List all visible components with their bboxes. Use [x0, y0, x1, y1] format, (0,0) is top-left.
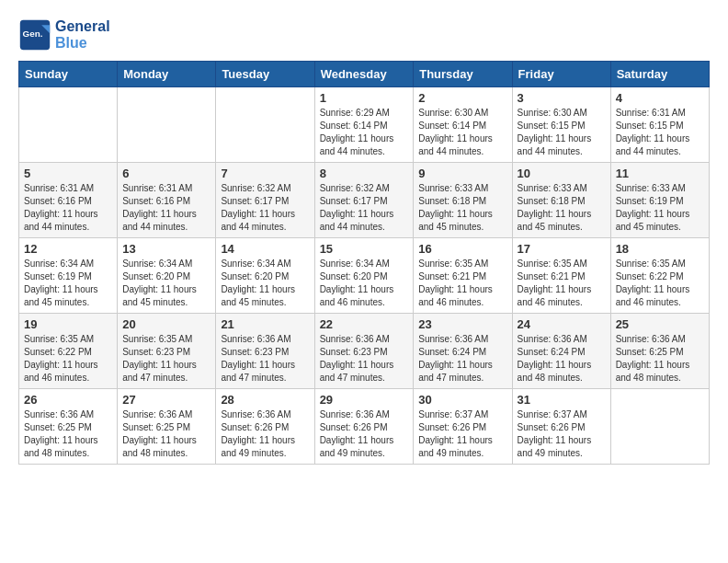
calendar-cell: 25Sunrise: 6:36 AMSunset: 6:25 PMDayligh… [610, 314, 709, 389]
calendar-cell [216, 87, 314, 163]
day-info: Sunrise: 6:31 AMSunset: 6:15 PMDaylight:… [616, 107, 704, 158]
day-info: Sunrise: 6:35 AMSunset: 6:21 PMDaylight:… [418, 258, 506, 309]
calendar-cell: 13Sunrise: 6:34 AMSunset: 6:20 PMDayligh… [118, 238, 216, 314]
day-info: Sunrise: 6:30 AMSunset: 6:14 PMDaylight:… [418, 107, 506, 158]
day-info: Sunrise: 6:36 AMSunset: 6:25 PMDaylight:… [24, 408, 112, 460]
day-number: 12 [24, 242, 112, 256]
day-info: Sunrise: 6:37 AMSunset: 6:26 PMDaylight:… [418, 408, 506, 460]
day-number: 24 [518, 317, 606, 331]
day-info: Sunrise: 6:35 AMSunset: 6:21 PMDaylight:… [518, 258, 606, 309]
calendar-cell: 7Sunrise: 6:32 AMSunset: 6:17 PMDaylight… [216, 163, 314, 238]
calendar-week-row: 26Sunrise: 6:36 AMSunset: 6:25 PMDayligh… [19, 389, 710, 465]
day-number: 17 [518, 242, 606, 256]
day-number: 27 [122, 393, 210, 407]
day-number: 5 [24, 167, 112, 180]
calendar-cell: 12Sunrise: 6:34 AMSunset: 6:19 PMDayligh… [19, 238, 118, 314]
calendar-cell: 6Sunrise: 6:31 AMSunset: 6:16 PMDaylight… [118, 163, 216, 238]
day-number: 11 [616, 167, 704, 180]
weekday-header: Tuesday [216, 62, 314, 87]
calendar-week-row: 19Sunrise: 6:35 AMSunset: 6:22 PMDayligh… [19, 314, 710, 389]
calendar-cell: 20Sunrise: 6:35 AMSunset: 6:23 PMDayligh… [118, 314, 216, 389]
page-header: Gen. General Blue [18, 18, 710, 52]
calendar-cell: 22Sunrise: 6:36 AMSunset: 6:23 PMDayligh… [314, 314, 414, 389]
day-number: 2 [418, 91, 506, 105]
day-info: Sunrise: 6:31 AMSunset: 6:16 PMDaylight:… [122, 182, 210, 234]
day-info: Sunrise: 6:35 AMSunset: 6:22 PMDaylight:… [24, 333, 112, 385]
calendar-cell: 18Sunrise: 6:35 AMSunset: 6:22 PMDayligh… [610, 238, 709, 314]
calendar-cell: 30Sunrise: 6:37 AMSunset: 6:26 PMDayligh… [414, 389, 512, 465]
weekday-header: Saturday [610, 62, 709, 87]
day-number: 30 [418, 393, 506, 407]
calendar-header-row: SundayMondayTuesdayWednesdayThursdayFrid… [19, 62, 710, 87]
calendar-cell: 9Sunrise: 6:33 AMSunset: 6:18 PMDaylight… [414, 163, 512, 238]
calendar-cell: 23Sunrise: 6:36 AMSunset: 6:24 PMDayligh… [414, 314, 512, 389]
day-number: 4 [616, 91, 704, 105]
day-number: 26 [24, 393, 112, 407]
day-info: Sunrise: 6:36 AMSunset: 6:26 PMDaylight:… [221, 408, 309, 460]
day-info: Sunrise: 6:35 AMSunset: 6:23 PMDaylight:… [122, 333, 210, 385]
day-number: 29 [320, 393, 409, 407]
day-number: 16 [418, 242, 506, 256]
day-number: 15 [320, 242, 409, 256]
calendar-cell: 8Sunrise: 6:32 AMSunset: 6:17 PMDaylight… [314, 163, 414, 238]
calendar-week-row: 12Sunrise: 6:34 AMSunset: 6:19 PMDayligh… [19, 238, 710, 314]
weekday-header: Thursday [414, 62, 512, 87]
logo-text-line2: Blue [55, 35, 110, 52]
calendar-cell [118, 87, 216, 163]
day-number: 25 [616, 317, 704, 331]
calendar-cell: 24Sunrise: 6:36 AMSunset: 6:24 PMDayligh… [512, 314, 610, 389]
calendar-cell [19, 87, 118, 163]
day-info: Sunrise: 6:36 AMSunset: 6:26 PMDaylight:… [320, 408, 409, 460]
calendar-cell: 3Sunrise: 6:30 AMSunset: 6:15 PMDaylight… [512, 87, 610, 163]
day-number: 1 [320, 91, 409, 105]
day-info: Sunrise: 6:31 AMSunset: 6:16 PMDaylight:… [24, 182, 112, 234]
day-number: 18 [616, 242, 704, 256]
day-info: Sunrise: 6:34 AMSunset: 6:19 PMDaylight:… [24, 258, 112, 309]
day-info: Sunrise: 6:34 AMSunset: 6:20 PMDaylight:… [221, 258, 309, 309]
day-number: 6 [122, 167, 210, 180]
day-info: Sunrise: 6:36 AMSunset: 6:25 PMDaylight:… [616, 333, 704, 385]
calendar-cell [610, 389, 709, 465]
calendar-cell: 5Sunrise: 6:31 AMSunset: 6:16 PMDaylight… [19, 163, 118, 238]
day-info: Sunrise: 6:33 AMSunset: 6:18 PMDaylight:… [418, 182, 506, 234]
calendar-cell: 15Sunrise: 6:34 AMSunset: 6:20 PMDayligh… [314, 238, 414, 314]
day-number: 9 [418, 167, 506, 180]
calendar-cell: 16Sunrise: 6:35 AMSunset: 6:21 PMDayligh… [414, 238, 512, 314]
calendar-cell: 28Sunrise: 6:36 AMSunset: 6:26 PMDayligh… [216, 389, 314, 465]
day-info: Sunrise: 6:36 AMSunset: 6:25 PMDaylight:… [122, 408, 210, 460]
calendar-cell: 27Sunrise: 6:36 AMSunset: 6:25 PMDayligh… [118, 389, 216, 465]
calendar-cell: 2Sunrise: 6:30 AMSunset: 6:14 PMDaylight… [414, 87, 512, 163]
day-info: Sunrise: 6:36 AMSunset: 6:24 PMDaylight:… [518, 333, 606, 385]
day-number: 19 [24, 317, 112, 331]
calendar-cell: 1Sunrise: 6:29 AMSunset: 6:14 PMDaylight… [314, 87, 414, 163]
day-info: Sunrise: 6:32 AMSunset: 6:17 PMDaylight:… [320, 182, 409, 234]
day-number: 14 [221, 242, 309, 256]
calendar-cell: 17Sunrise: 6:35 AMSunset: 6:21 PMDayligh… [512, 238, 610, 314]
logo-text-line1: General [55, 18, 110, 35]
day-number: 20 [122, 317, 210, 331]
day-number: 8 [320, 167, 409, 180]
logo: Gen. General Blue [18, 18, 110, 52]
weekday-header: Sunday [19, 62, 118, 87]
day-number: 10 [518, 167, 606, 180]
calendar-cell: 11Sunrise: 6:33 AMSunset: 6:19 PMDayligh… [610, 163, 709, 238]
svg-text:Gen.: Gen. [23, 29, 43, 39]
calendar-cell: 21Sunrise: 6:36 AMSunset: 6:23 PMDayligh… [216, 314, 314, 389]
weekday-header: Friday [512, 62, 610, 87]
day-number: 22 [320, 317, 409, 331]
day-info: Sunrise: 6:35 AMSunset: 6:22 PMDaylight:… [616, 258, 704, 309]
calendar-cell: 31Sunrise: 6:37 AMSunset: 6:26 PMDayligh… [512, 389, 610, 465]
day-info: Sunrise: 6:34 AMSunset: 6:20 PMDaylight:… [122, 258, 210, 309]
day-info: Sunrise: 6:32 AMSunset: 6:17 PMDaylight:… [221, 182, 309, 234]
day-info: Sunrise: 6:37 AMSunset: 6:26 PMDaylight:… [518, 408, 606, 460]
calendar-cell: 19Sunrise: 6:35 AMSunset: 6:22 PMDayligh… [19, 314, 118, 389]
day-info: Sunrise: 6:33 AMSunset: 6:19 PMDaylight:… [616, 182, 704, 234]
calendar-table: SundayMondayTuesdayWednesdayThursdayFrid… [18, 61, 710, 465]
logo-icon: Gen. [18, 18, 51, 52]
calendar-cell: 26Sunrise: 6:36 AMSunset: 6:25 PMDayligh… [19, 389, 118, 465]
day-info: Sunrise: 6:29 AMSunset: 6:14 PMDaylight:… [320, 107, 409, 158]
day-number: 13 [122, 242, 210, 256]
calendar-week-row: 5Sunrise: 6:31 AMSunset: 6:16 PMDaylight… [19, 163, 710, 238]
day-info: Sunrise: 6:30 AMSunset: 6:15 PMDaylight:… [518, 107, 606, 158]
day-number: 28 [221, 393, 309, 407]
